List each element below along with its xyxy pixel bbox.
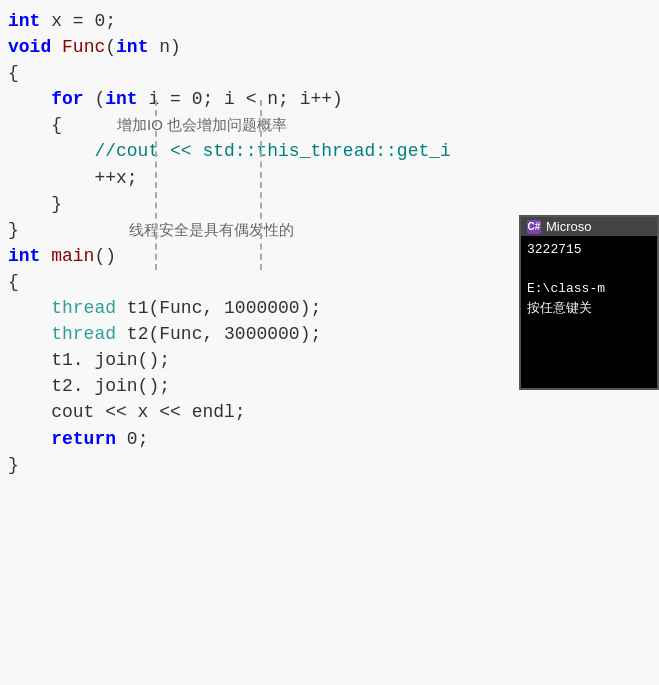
keyword-int: int	[116, 34, 148, 60]
terminal-title: Microso	[546, 219, 592, 234]
code-text: {	[8, 112, 62, 138]
terminal-popup: C# Microso 3222715 E:\class-m 按任意键关	[519, 215, 659, 390]
code-text: ()	[94, 243, 116, 269]
code-text: {	[8, 269, 19, 295]
terminal-body: 3222715 E:\class-m 按任意键关	[521, 236, 657, 322]
code-line-4: for (int i = 0; i < n; i++)	[8, 86, 659, 112]
code-text: }	[8, 191, 62, 217]
code-text: n)	[148, 34, 180, 60]
terminal-line-2	[527, 260, 651, 280]
code-text: }	[8, 217, 19, 243]
annotation-safety: 线程安全是具有偶发性的	[129, 219, 294, 241]
code-text: x = 0;	[40, 8, 116, 34]
code-line-17: return 0;	[8, 426, 659, 452]
code-line-6: //cout << std::this_thread::get_i	[8, 138, 659, 164]
code-text: t2(Func, 3000000);	[116, 321, 321, 347]
keyword-return: return	[51, 426, 116, 452]
code-line-7: ++x;	[8, 165, 659, 191]
code-comment: //cout << std::this_thread::get_i	[8, 138, 451, 164]
keyword-thread: thread	[51, 295, 116, 321]
terminal-line-3: E:\class-m	[527, 279, 651, 299]
keyword-int: int	[105, 86, 137, 112]
code-text	[40, 243, 51, 269]
code-line-18: }	[8, 452, 659, 478]
code-text: 0;	[116, 426, 148, 452]
code-text: i = 0; i < n; i++)	[138, 86, 343, 112]
terminal-header: C# Microso	[521, 217, 657, 236]
code-text: {	[8, 60, 19, 86]
code-line-3: {	[8, 60, 659, 86]
code-text: ++x;	[8, 165, 138, 191]
keyword-for: for	[51, 86, 83, 112]
terminal-line-1: 3222715	[527, 240, 651, 260]
code-line-5: { 增加IO 也会增加问题概率	[8, 112, 659, 138]
code-text	[8, 426, 51, 452]
terminal-icon: C#	[527, 220, 541, 234]
code-text: }	[8, 452, 19, 478]
code-line-16: cout << x << endl;	[8, 399, 659, 425]
code-text: cout << x << endl;	[8, 399, 246, 425]
code-text: (	[105, 34, 116, 60]
func-name-main: main	[51, 243, 94, 269]
dashed-line-left	[155, 100, 157, 270]
code-line-2: void Func(int n)	[8, 34, 659, 60]
code-text: (	[84, 86, 106, 112]
code-line-8: }	[8, 191, 659, 217]
keyword-void: void	[8, 34, 51, 60]
code-text	[8, 295, 51, 321]
func-name: Func	[62, 34, 105, 60]
dashed-line-right	[260, 100, 262, 270]
code-text	[8, 321, 51, 347]
code-editor: int x = 0; void Func(int n) { for (int i…	[0, 0, 659, 685]
code-text: t2. join();	[8, 373, 170, 399]
code-line-1: int x = 0;	[8, 8, 659, 34]
keyword-thread-2: thread	[51, 321, 116, 347]
code-text	[8, 86, 51, 112]
keyword-int: int	[8, 243, 40, 269]
terminal-line-4: 按任意键关	[527, 299, 651, 319]
code-text: t1(Func, 1000000);	[116, 295, 321, 321]
code-text: t1. join();	[8, 347, 170, 373]
code-text	[51, 34, 62, 60]
keyword-int: int	[8, 8, 40, 34]
